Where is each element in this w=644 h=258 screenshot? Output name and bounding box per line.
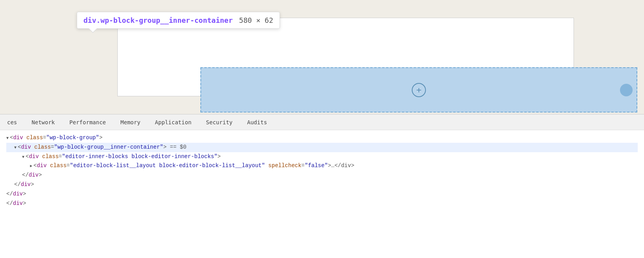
add-block-button[interactable]: + [412, 83, 426, 97]
tab-performance[interactable]: Performance [62, 114, 113, 130]
devtools-panel: ces Network Performance Memory Applicati… [0, 114, 644, 258]
tooltip-selector: div.wp-block-group__inner-container [83, 16, 233, 24]
tab-sources[interactable]: ces [0, 114, 24, 130]
code-line-2-selected: ▼ <div class = "wp-block-group__inner-co… [6, 143, 638, 152]
tooltip-dimensions: 580 × 62 [239, 16, 273, 24]
dom-code-view[interactable]: ▼ <div class = "wp-block-group" > ▼ <div… [0, 130, 644, 258]
code-line-3: ▼ <div class = "editor-inner-blocks bloc… [6, 152, 638, 162]
tab-audits[interactable]: Audits [240, 114, 275, 130]
tooltip-arrow-el [89, 28, 97, 32]
block-handle[interactable] [620, 84, 633, 96]
triangle-icon-3: ▼ [22, 154, 24, 160]
code-close-3: </div> [6, 171, 638, 180]
selected-block-highlight[interactable]: + [200, 67, 637, 112]
code-close-2: </div> [6, 180, 638, 190]
code-line-4: ► <div class = "editor-block-list__layou… [6, 161, 638, 171]
tab-application[interactable]: Application [148, 114, 199, 130]
triangle-icon-4: ► [30, 163, 32, 170]
element-tooltip: div.wp-block-group__inner-container 580 … [77, 12, 280, 29]
code-line-1: ▼ <div class = "wp-block-group" > [6, 133, 638, 143]
devtools-tab-bar: ces Network Performance Memory Applicati… [0, 114, 644, 130]
tab-network[interactable]: Network [24, 114, 62, 130]
code-close-1: </div> [6, 190, 638, 199]
code-close-0: </div> [6, 199, 638, 208]
tab-security[interactable]: Security [199, 114, 240, 130]
editor-frame: + [117, 18, 574, 96]
triangle-icon-1: ▼ [6, 135, 9, 142]
triangle-icon-2: ▼ [14, 144, 17, 151]
editor-preview-area: div.wp-block-group__inner-container 580 … [0, 0, 644, 114]
tab-memory[interactable]: Memory [113, 114, 148, 130]
